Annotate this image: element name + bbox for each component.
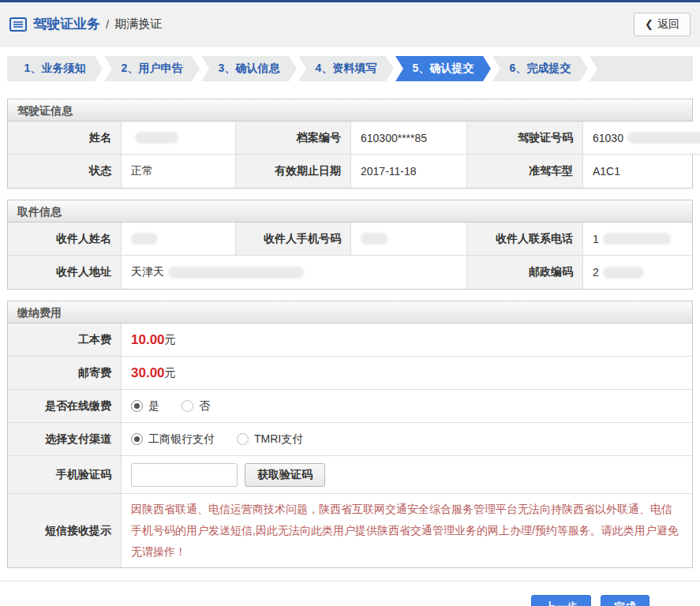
license-info-section: 驾驶证信息 姓名 档案编号 610300****85 驾驶证号码 61030 状… <box>7 99 693 189</box>
status-label: 状态 <box>8 155 122 188</box>
redacted-blob <box>361 233 387 245</box>
list-icon <box>9 17 27 32</box>
file-number-value: 610300****85 <box>351 122 467 155</box>
vehicle-class-label: 准驾车型 <box>467 155 583 188</box>
recipient-phone-label: 收件人联系电话 <box>467 223 583 256</box>
tab-step-4[interactable]: 4、资料填写 <box>298 56 394 81</box>
license-section-title: 驾驶证信息 <box>8 99 692 122</box>
mail-fee-unit: 元 <box>165 366 176 380</box>
recipient-name-label: 收件人姓名 <box>8 223 122 256</box>
redacted-blob <box>627 132 700 144</box>
sms-notice-text: 因陕西省联通、电信运营商技术问题，陕西省互联网交通安全综合服务管理平台无法向持陕… <box>131 494 683 567</box>
radio-unchecked-icon <box>237 433 249 445</box>
tab-step-2[interactable]: 2、用户申告 <box>104 56 200 81</box>
main-content: 驾驶证信息 姓名 档案编号 610300****85 驾驶证号码 61030 状… <box>0 99 700 568</box>
recipient-mobile-value <box>351 223 467 256</box>
redacted-blob <box>135 132 178 144</box>
previous-step-button[interactable]: 上一步 <box>531 595 591 606</box>
license-number-value: 61030 <box>583 122 700 155</box>
sms-notice-cell: 因陕西省联通、电信运营商技术问题，陕西省互联网交通安全综合服务管理平台无法向持陕… <box>122 494 692 567</box>
table-row: 状态 正常 有效期止日期 2017-11-18 准驾车型 A1C1 <box>8 155 692 188</box>
tab-step-6[interactable]: 6、完成提交 <box>492 56 588 81</box>
pickup-section-title: 取件信息 <box>8 200 692 223</box>
mail-fee-amount: 30.00 <box>131 365 165 381</box>
page-title: 驾驶证业务 <box>33 15 100 33</box>
mail-fee-label: 邮寄费 <box>8 357 122 390</box>
breadcrumb-separator: / <box>106 17 109 31</box>
production-fee-unit: 元 <box>165 333 176 347</box>
step-tabs: 1、业务须知 2、用户申告 3、确认信息 4、资料填写 5、确认提交 6、完成提… <box>7 56 693 81</box>
expiry-date-value: 2017-11-18 <box>351 155 467 188</box>
production-fee-amount: 10.00 <box>131 332 165 348</box>
payment-channel-options: 工商银行支付 TMRI支付 <box>122 423 692 456</box>
online-payment-options: 是 否 <box>122 390 692 423</box>
radio-label: 否 <box>199 399 210 413</box>
radio-channel-tmri[interactable]: TMRI支付 <box>237 432 303 447</box>
payment-channel-label: 选择支付渠道 <box>8 423 122 456</box>
back-button-label: 返回 <box>657 17 679 32</box>
table-row: 邮寄费 30.00元 <box>8 357 692 390</box>
back-button[interactable]: ❮ 返回 <box>634 13 691 36</box>
tab-step-1[interactable]: 1、业务须知 <box>7 56 103 81</box>
redacted-blob <box>131 233 158 245</box>
name-value <box>122 122 236 155</box>
table-row: 收件人地址 天津天 邮政编码 2 <box>8 256 692 289</box>
radio-channel-icbc[interactable]: 工商银行支付 <box>131 432 215 447</box>
postal-code-label: 邮政编码 <box>467 256 583 289</box>
recipient-name-value <box>122 223 236 256</box>
recipient-address-label: 收件人地址 <box>8 256 122 289</box>
license-number-label: 驾驶证号码 <box>467 122 583 155</box>
table-row: 工本费 10.00元 <box>8 324 692 357</box>
table-row: 收件人姓名 收件人手机号码 收件人联系电话 1 <box>8 223 692 256</box>
name-label: 姓名 <box>8 122 122 155</box>
table-row: 姓名 档案编号 610300****85 驾驶证号码 61030 <box>8 122 692 155</box>
tab-step-5-active[interactable]: 5、确认提交 <box>395 56 491 81</box>
sms-code-label: 手机验证码 <box>8 456 122 494</box>
radio-checked-icon <box>131 433 143 445</box>
vehicle-class-value: A1C1 <box>583 155 692 188</box>
redacted-blob <box>603 233 671 245</box>
finish-button[interactable]: 完成 <box>601 595 649 606</box>
table-row: 是否在线缴费 是 否 <box>8 390 692 423</box>
file-number-label: 档案编号 <box>236 122 351 155</box>
tab-bar-filler <box>590 56 693 81</box>
recipient-address-value: 天津天 <box>122 256 467 289</box>
breadcrumb-current: 期满换证 <box>114 17 162 32</box>
radio-label: 工商银行支付 <box>148 432 215 447</box>
status-value: 正常 <box>122 155 236 188</box>
postal-code-value: 2 <box>583 256 692 289</box>
table-row: 短信接收提示 因陕西省联通、电信运营商技术问题，陕西省互联网交通安全综合服务管理… <box>8 494 692 567</box>
redacted-blob <box>603 267 644 279</box>
fees-section: 缴纳费用 工本费 10.00元 邮寄费 30.00元 是否在线缴费 是 <box>7 301 693 568</box>
chevron-left-icon: ❮ <box>645 18 653 30</box>
recipient-phone-value: 1 <box>583 223 692 256</box>
radio-online-payment-no[interactable]: 否 <box>182 399 210 413</box>
redacted-blob <box>168 267 304 279</box>
sms-code-field: 获取验证码 <box>122 456 692 494</box>
pickup-info-section: 取件信息 收件人姓名 收件人手机号码 收件人联系电话 1 收件人地址 天津天 邮… <box>7 200 693 290</box>
radio-label: 是 <box>148 399 159 413</box>
recipient-mobile-label: 收件人手机号码 <box>236 223 351 256</box>
sms-code-input[interactable] <box>131 463 238 487</box>
production-fee-value: 10.00元 <box>122 324 692 357</box>
production-fee-label: 工本费 <box>8 324 122 357</box>
fees-section-title: 缴纳费用 <box>8 301 692 324</box>
tab-step-3[interactable]: 3、确认信息 <box>201 56 297 81</box>
sms-notice-label: 短信接收提示 <box>8 494 122 567</box>
table-row: 手机验证码 获取验证码 <box>8 456 692 494</box>
table-row: 选择支付渠道 工商银行支付 TMRI支付 <box>8 423 692 456</box>
page-header: 驾驶证业务 / 期满换证 ❮ 返回 <box>0 2 700 47</box>
mail-fee-value: 30.00元 <box>122 357 692 390</box>
get-sms-code-button[interactable]: 获取验证码 <box>245 463 325 487</box>
expiry-date-label: 有效期止日期 <box>236 155 351 188</box>
radio-checked-icon <box>131 400 143 412</box>
radio-label: TMRI支付 <box>254 432 303 447</box>
footer-actions: 上一步 完成 <box>0 582 700 606</box>
online-payment-label: 是否在线缴费 <box>8 390 122 423</box>
radio-unchecked-icon <box>182 400 193 412</box>
radio-online-payment-yes[interactable]: 是 <box>131 399 159 413</box>
